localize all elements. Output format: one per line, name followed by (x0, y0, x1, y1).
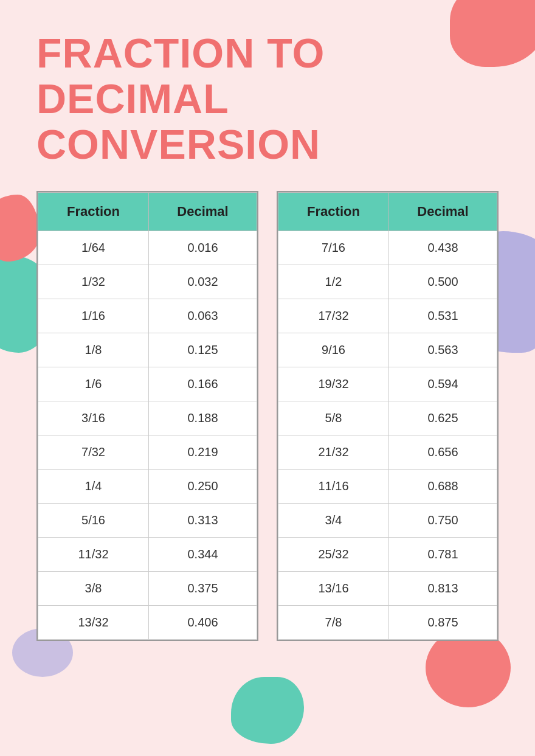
right-table-cell-6-0: 21/32 (278, 435, 389, 470)
table-row: 1/40.250 (38, 470, 257, 504)
right-table-cell-4-1: 0.594 (389, 367, 497, 401)
tables-container: Fraction Decimal 1/640.0161/320.0321/160… (36, 191, 499, 641)
table-row: 13/160.813 (278, 572, 497, 606)
left-table-cell-10-1: 0.375 (149, 572, 257, 606)
left-table-cell-6-0: 7/32 (38, 435, 149, 470)
right-table-cell-3-0: 9/16 (278, 333, 389, 367)
right-table-cell-7-0: 11/16 (278, 470, 389, 504)
right-table-cell-11-0: 7/8 (278, 606, 389, 640)
left-table-cell-8-0: 5/16 (38, 504, 149, 538)
left-table-cell-5-1: 0.188 (149, 401, 257, 435)
left-table-cell-1-1: 0.032 (149, 265, 257, 299)
right-table: Fraction Decimal 7/160.4381/20.50017/320… (278, 192, 497, 640)
left-table-cell-0-1: 0.016 (149, 231, 257, 265)
right-table-cell-5-1: 0.625 (389, 401, 497, 435)
left-table-cell-9-1: 0.344 (149, 538, 257, 572)
right-table-cell-2-1: 0.531 (389, 299, 497, 333)
table-row: 7/160.438 (278, 231, 497, 265)
right-table-cell-10-1: 0.813 (389, 572, 497, 606)
right-table-cell-3-1: 0.563 (389, 333, 497, 367)
table-row: 25/320.781 (278, 538, 497, 572)
left-table-cell-2-0: 1/16 (38, 299, 149, 333)
left-table-cell-7-1: 0.250 (149, 470, 257, 504)
right-table-cell-5-0: 5/8 (278, 401, 389, 435)
right-table-cell-4-0: 19/32 (278, 367, 389, 401)
right-table-cell-10-0: 13/16 (278, 572, 389, 606)
left-table-cell-7-0: 1/4 (38, 470, 149, 504)
table-row: 1/20.500 (278, 265, 497, 299)
left-table-cell-6-1: 0.219 (149, 435, 257, 470)
blob-bottom-center (231, 677, 304, 744)
left-table-cell-9-0: 11/32 (38, 538, 149, 572)
left-table-cell-2-1: 0.063 (149, 299, 257, 333)
table-row: 3/80.375 (38, 572, 257, 606)
right-table-cell-8-1: 0.750 (389, 504, 497, 538)
right-table-col1-header: Fraction (278, 193, 389, 231)
right-table-cell-8-0: 3/4 (278, 504, 389, 538)
left-table-cell-3-0: 1/8 (38, 333, 149, 367)
right-table-cell-7-1: 0.688 (389, 470, 497, 504)
left-table-cell-4-1: 0.166 (149, 367, 257, 401)
table-row: 7/80.875 (278, 606, 497, 640)
table-row: 3/160.188 (38, 401, 257, 435)
left-table: Fraction Decimal 1/640.0161/320.0321/160… (38, 192, 257, 640)
left-table-wrapper: Fraction Decimal 1/640.0161/320.0321/160… (36, 191, 258, 641)
table-row: 17/320.531 (278, 299, 497, 333)
left-table-cell-4-0: 1/6 (38, 367, 149, 401)
left-table-cell-11-1: 0.406 (149, 606, 257, 640)
table-row: 1/320.032 (38, 265, 257, 299)
left-table-cell-10-0: 3/8 (38, 572, 149, 606)
right-table-cell-9-1: 0.781 (389, 538, 497, 572)
table-row: 3/40.750 (278, 504, 497, 538)
left-table-col2-header: Decimal (149, 193, 257, 231)
table-row: 11/320.344 (38, 538, 257, 572)
right-table-cell-11-1: 0.875 (389, 606, 497, 640)
table-row: 9/160.563 (278, 333, 497, 367)
right-table-wrapper: Fraction Decimal 7/160.4381/20.50017/320… (277, 191, 499, 641)
table-row: 1/60.166 (38, 367, 257, 401)
page-title: FRACTION TO DECIMAL CONVERSION (36, 30, 499, 167)
table-row: 13/320.406 (38, 606, 257, 640)
right-table-cell-1-0: 1/2 (278, 265, 389, 299)
table-row: 5/160.313 (38, 504, 257, 538)
right-table-cell-0-1: 0.438 (389, 231, 497, 265)
table-row: 1/640.016 (38, 231, 257, 265)
right-table-cell-2-0: 17/32 (278, 299, 389, 333)
left-table-cell-1-0: 1/32 (38, 265, 149, 299)
table-row: 21/320.656 (278, 435, 497, 470)
left-table-cell-8-1: 0.313 (149, 504, 257, 538)
left-table-col1-header: Fraction (38, 193, 149, 231)
table-row: 19/320.594 (278, 367, 497, 401)
left-table-cell-0-0: 1/64 (38, 231, 149, 265)
left-table-cell-11-0: 13/32 (38, 606, 149, 640)
table-row: 5/80.625 (278, 401, 497, 435)
table-row: 1/160.063 (38, 299, 257, 333)
table-row: 7/320.219 (38, 435, 257, 470)
right-table-header-row: Fraction Decimal (278, 193, 497, 231)
right-table-col2-header: Decimal (389, 193, 497, 231)
left-table-cell-5-0: 3/16 (38, 401, 149, 435)
left-table-cell-3-1: 0.125 (149, 333, 257, 367)
right-table-cell-9-0: 25/32 (278, 538, 389, 572)
table-row: 1/80.125 (38, 333, 257, 367)
table-row: 11/160.688 (278, 470, 497, 504)
left-table-header-row: Fraction Decimal (38, 193, 257, 231)
right-table-cell-6-1: 0.656 (389, 435, 497, 470)
right-table-cell-1-1: 0.500 (389, 265, 497, 299)
right-table-cell-0-0: 7/16 (278, 231, 389, 265)
